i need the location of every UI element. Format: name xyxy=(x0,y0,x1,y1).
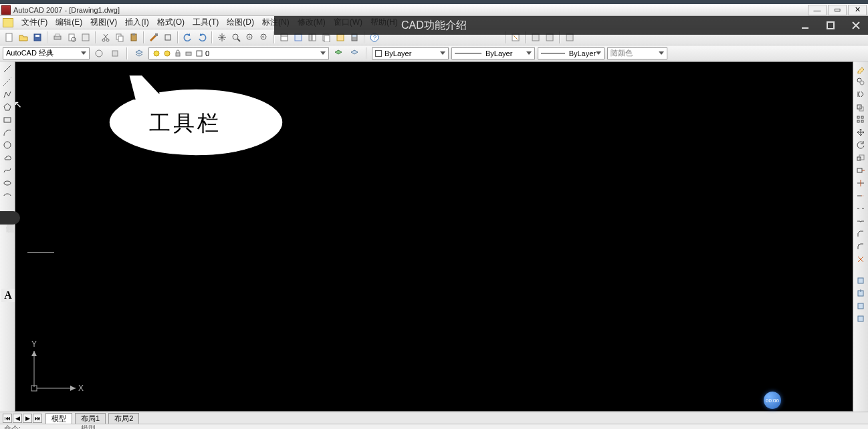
overlay-close-button[interactable] xyxy=(849,19,863,32)
copy-button[interactable] xyxy=(113,31,126,44)
app-menu-icon[interactable] xyxy=(3,18,13,27)
tab-layout2[interactable]: 布局2 xyxy=(108,413,139,424)
tab-first-button[interactable]: ⏮ xyxy=(3,414,12,423)
close-button[interactable]: ✕ xyxy=(848,5,867,15)
offset-tool[interactable] xyxy=(855,101,867,113)
svg-rect-42 xyxy=(566,34,573,41)
plot-preview-button[interactable] xyxy=(65,31,78,44)
layer-color-swatch xyxy=(195,49,204,58)
arc-tool[interactable] xyxy=(1,126,13,138)
rectangle-tool[interactable] xyxy=(1,114,13,126)
polyline-tool[interactable] xyxy=(1,88,13,100)
menu-edit[interactable]: 编辑(E) xyxy=(51,17,86,28)
text-tool-a-icon[interactable]: A xyxy=(1,289,15,302)
menu-format[interactable]: 格式(O) xyxy=(153,17,189,28)
extend-tool[interactable] xyxy=(855,190,867,202)
menu-tools[interactable]: 工具(T) xyxy=(189,17,223,28)
publish-button[interactable] xyxy=(79,31,92,44)
sync-attribute-tool[interactable] xyxy=(855,313,867,325)
polygon-tool[interactable] xyxy=(1,101,13,113)
svg-rect-21 xyxy=(165,35,171,40)
svg-rect-33 xyxy=(324,35,330,42)
layer-properties-button[interactable] xyxy=(132,47,146,60)
workspace-settings-button[interactable] xyxy=(92,47,106,60)
construction-line-tool[interactable] xyxy=(1,76,13,88)
rotate-tool[interactable] xyxy=(855,139,867,151)
plotstyle-combo[interactable]: 随颜色 xyxy=(607,47,667,59)
undo-button[interactable] xyxy=(181,31,195,44)
svg-point-61 xyxy=(860,81,864,85)
circle-tool[interactable] xyxy=(1,139,13,151)
stretch-tool[interactable] xyxy=(855,164,867,176)
zoom-previous-button[interactable] xyxy=(257,31,271,44)
erase-tool[interactable] xyxy=(855,63,867,75)
svg-rect-44 xyxy=(112,51,118,56)
line-tool[interactable] xyxy=(1,63,13,75)
ellipse-arc-tool[interactable] xyxy=(1,190,13,202)
match-properties-button[interactable] xyxy=(147,31,160,44)
redo-button[interactable] xyxy=(195,31,209,44)
tab-last-button[interactable]: ⏭ xyxy=(33,414,42,423)
layer-combo[interactable]: 0 xyxy=(148,47,329,59)
spline-tool[interactable] xyxy=(1,164,13,176)
zoom-realtime-button[interactable] xyxy=(229,31,243,44)
copy-tool[interactable] xyxy=(855,76,867,88)
move-tool[interactable] xyxy=(855,126,867,138)
break-tool[interactable] xyxy=(855,202,867,214)
join-tool[interactable] xyxy=(855,215,867,227)
draw-toolbar xyxy=(0,61,15,412)
plot-button[interactable] xyxy=(51,31,64,44)
overlay-maximize-button[interactable] xyxy=(824,19,837,32)
ellipse-tool[interactable] xyxy=(1,177,13,189)
pan-button[interactable] xyxy=(215,31,229,44)
fillet-tool[interactable] xyxy=(855,241,867,253)
open-button[interactable] xyxy=(17,31,30,44)
edit-attribute-tool[interactable] xyxy=(855,300,867,312)
revision-cloud-tool[interactable] xyxy=(1,152,13,164)
tab-prev-button[interactable]: ◀ xyxy=(13,414,22,423)
drawing-canvas[interactable]: ↖ 工具栏 Y X xyxy=(15,61,853,412)
svg-rect-48 xyxy=(186,52,191,55)
tab-next-button[interactable]: ▶ xyxy=(23,414,32,423)
modify-toolbar xyxy=(853,61,868,412)
maximize-button[interactable]: ▭ xyxy=(828,5,847,15)
insert-block-tool[interactable] xyxy=(855,287,867,299)
make-block-tool[interactable] xyxy=(855,275,867,287)
mirror-tool[interactable] xyxy=(855,88,867,100)
workspace-combo[interactable]: AutoCAD 经典 xyxy=(3,47,90,59)
svg-line-51 xyxy=(3,78,11,86)
zoom-window-button[interactable]: + xyxy=(243,31,257,44)
menu-view[interactable]: 视图(V) xyxy=(86,17,121,28)
linetype-combo-text: ByLayer xyxy=(485,49,512,57)
toolbar-separator xyxy=(143,31,144,43)
workspace-save-button[interactable] xyxy=(108,47,122,60)
menu-file[interactable]: 文件(F) xyxy=(17,17,51,28)
color-combo[interactable]: ByLayer xyxy=(372,47,449,59)
overlay-minimize-button[interactable] xyxy=(798,19,812,32)
chamfer-tool[interactable] xyxy=(855,228,867,240)
lineweight-combo[interactable]: ByLayer xyxy=(538,47,605,59)
menu-insert[interactable]: 插入(I) xyxy=(121,17,152,28)
video-timestamp-badge[interactable]: 00:06 xyxy=(764,392,781,409)
paste-button[interactable] xyxy=(127,31,140,44)
layer-lock-icon xyxy=(173,49,183,58)
cut-button[interactable] xyxy=(99,31,112,44)
linetype-combo[interactable]: ByLayer xyxy=(451,47,535,59)
scale-tool[interactable] xyxy=(855,152,867,164)
array-tool[interactable] xyxy=(855,114,867,126)
svg-rect-40 xyxy=(532,34,539,41)
minimize-button[interactable]: ― xyxy=(808,5,827,15)
tab-model[interactable]: 模型 xyxy=(45,413,72,424)
layer-states-button[interactable] xyxy=(348,47,361,60)
explode-tool[interactable] xyxy=(855,253,867,265)
promo-tab[interactable]: 领腾讯视频礼包 xyxy=(0,211,20,225)
layout-tabs-bar: ⏮ ◀ ▶ ⏭ 模型 布局1 布局2 xyxy=(0,412,868,424)
tab-layout1[interactable]: 布局1 xyxy=(75,413,106,424)
save-button[interactable] xyxy=(31,31,44,44)
title-bar: AutoCAD 2007 - [Drawing1.dwg] ― ▭ ✕ xyxy=(0,4,868,16)
menu-draw[interactable]: 绘图(D) xyxy=(223,17,258,28)
layer-previous-button[interactable] xyxy=(332,47,345,60)
trim-tool[interactable] xyxy=(855,177,867,189)
new-button[interactable] xyxy=(3,31,16,44)
block-editor-button[interactable] xyxy=(161,31,175,44)
